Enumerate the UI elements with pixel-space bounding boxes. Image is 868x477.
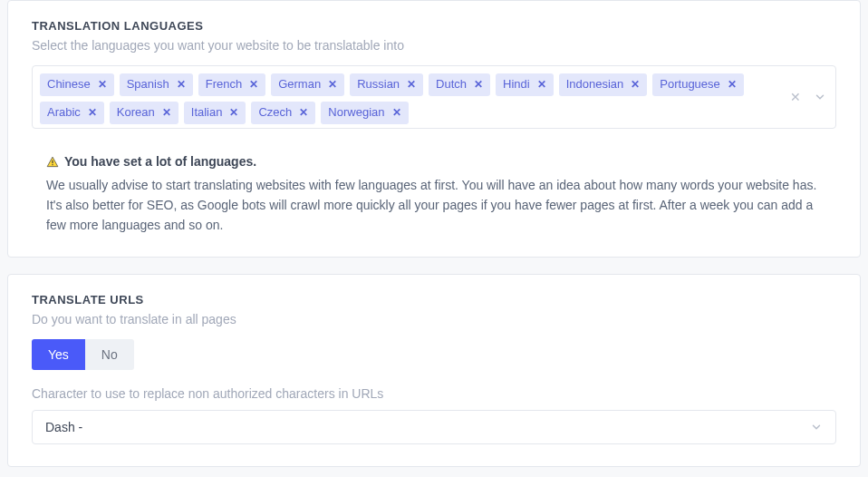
language-chip: Spanish✕	[120, 73, 193, 96]
language-chip: Czech✕	[251, 102, 315, 124]
language-chip: Indonesian✕	[559, 73, 648, 96]
svg-rect-0	[52, 160, 53, 163]
remove-chip-icon[interactable]: ✕	[631, 78, 640, 92]
language-chip: Norwegian✕	[321, 102, 408, 124]
remove-chip-icon[interactable]: ✕	[229, 106, 238, 121]
chip-label: Italian	[191, 105, 223, 121]
remove-chip-icon[interactable]: ✕	[474, 78, 483, 92]
remove-chip-icon[interactable]: ✕	[407, 78, 416, 92]
chevron-down-icon[interactable]	[814, 91, 826, 103]
remove-chip-icon[interactable]: ✕	[88, 106, 97, 121]
char-replace-label: Character to use to replace non authoriz…	[32, 386, 836, 401]
remove-chip-icon[interactable]: ✕	[249, 78, 258, 92]
language-chip: Portuguese✕	[652, 73, 744, 96]
chip-label: Korean	[117, 105, 155, 121]
remove-chip-icon[interactable]: ✕	[177, 78, 186, 92]
remove-chip-icon[interactable]: ✕	[728, 78, 737, 92]
chip-label: Russian	[357, 77, 400, 92]
language-chip: German✕	[271, 73, 344, 96]
yes-button[interactable]: Yes	[32, 339, 85, 370]
warning-title: You have set a lot of languages.	[64, 152, 256, 172]
remove-chip-icon[interactable]: ✕	[537, 78, 546, 92]
language-chip: Korean✕	[110, 102, 178, 124]
language-chip: Arabic✕	[40, 102, 104, 124]
language-chip: Chinese✕	[40, 73, 114, 96]
warning-body: We usually advise to start translating w…	[46, 176, 822, 235]
warning-block: You have set a lot of languages. We usua…	[46, 152, 822, 236]
chip-label: Indonesian	[566, 77, 624, 92]
language-chip: Russian✕	[350, 73, 423, 96]
language-chip: Hindi✕	[496, 73, 554, 96]
char-select[interactable]: Dash -	[32, 410, 836, 444]
section-title: TRANSLATE URLS	[32, 293, 836, 307]
remove-chip-icon[interactable]: ✕	[392, 106, 401, 121]
remove-chip-icon[interactable]: ✕	[328, 78, 337, 92]
warning-icon	[46, 156, 59, 169]
chip-label: Arabic	[47, 105, 81, 121]
translation-languages-card: TRANSLATION LANGUAGES Select the languag…	[7, 0, 861, 258]
selected-value: Dash -	[45, 420, 82, 434]
chevron-down-icon[interactable]	[810, 421, 823, 433]
chip-label: Dutch	[436, 77, 467, 92]
svg-rect-1	[52, 164, 53, 165]
chip-label: Czech	[258, 105, 292, 121]
chip-label: Portuguese	[660, 77, 720, 92]
language-chip: Italian✕	[184, 102, 246, 124]
chip-label: Hindi	[503, 77, 530, 92]
chip-label: Chinese	[47, 77, 91, 92]
section-subtitle: Do you want to translate in all pages	[32, 312, 836, 326]
chip-label: French	[206, 77, 242, 92]
section-subtitle: Select the languages you want your websi…	[32, 38, 836, 53]
clear-all-icon[interactable]: ✕	[790, 90, 801, 104]
section-title: TRANSLATION LANGUAGES	[32, 19, 836, 33]
chip-label: Norwegian	[328, 105, 384, 121]
translate-urls-card: TRANSLATE URLS Do you want to translate …	[7, 274, 861, 467]
chip-label: German	[278, 77, 321, 92]
remove-chip-icon[interactable]: ✕	[162, 106, 171, 121]
no-button[interactable]: No	[85, 339, 134, 370]
remove-chip-icon[interactable]: ✕	[98, 78, 107, 92]
languages-multiselect[interactable]: Chinese✕Spanish✕French✕German✕Russian✕Du…	[32, 65, 836, 129]
remove-chip-icon[interactable]: ✕	[299, 106, 308, 121]
yes-no-toggle: Yes No	[32, 339, 836, 370]
language-chip: Dutch✕	[429, 73, 490, 96]
multiselect-actions: ✕	[790, 90, 826, 104]
language-chip: French✕	[198, 73, 265, 96]
chip-label: Spanish	[127, 77, 169, 92]
